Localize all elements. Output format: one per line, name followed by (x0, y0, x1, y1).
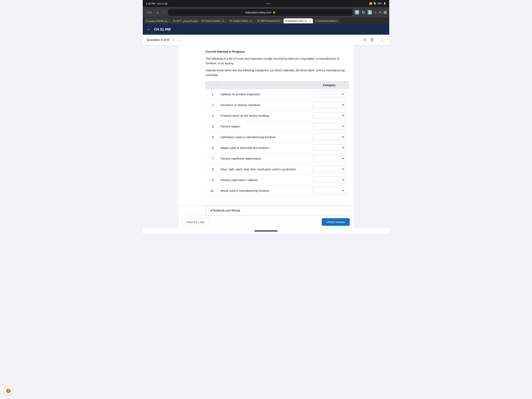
table-row: 2. Insurance on factory machines. (a) Di… (206, 100, 349, 110)
row-number-2: 2. (206, 100, 217, 110)
row-select-cell-6: (a) Direct Materials(b) Direct Labor(c) … (310, 142, 349, 153)
row-text-7: Factory machinery depreciation. (217, 153, 310, 164)
col-item-header (217, 81, 310, 89)
table-row: 5. Upholstery used in manufacturing furn… (206, 132, 349, 142)
row-select-cell-5: (a) Direct Materials(b) Direct Labor(c) … (310, 132, 349, 142)
home-bar-line (254, 231, 278, 232)
tab-label: Course Content – 2... (205, 20, 225, 22)
next-question-btn[interactable]: › (177, 37, 181, 43)
browser-tab-tab7[interactable]: C Condensed balance... (313, 18, 340, 23)
row-number-4: 4. (206, 121, 217, 132)
dot2 (268, 3, 269, 4)
url-text: education.wiley.com (245, 11, 272, 14)
table-row: 3. Property taxes on the factory buildin… (206, 110, 349, 121)
row-number-9: 9. (206, 174, 217, 185)
forward-btn[interactable]: › (162, 9, 166, 15)
battery-level: 38% (377, 2, 382, 5)
row-text-3: Property taxes on the factory building. (217, 110, 310, 121)
bottom-bar: Save for Later Check Answer (178, 216, 354, 228)
col-num-header (206, 81, 217, 89)
category-select-3[interactable]: (a) Direct Materials(b) Direct Labor(c) … (313, 112, 346, 119)
question-paragraph1: The following is a list of costs and exp… (206, 56, 349, 66)
category-select-4[interactable]: (a) Direct Materials(b) Direct Labor(c) … (313, 123, 346, 129)
table-row: 7. Factory machinery depreciation. (a) D… (206, 153, 349, 164)
time: 1:32 PM (146, 2, 155, 5)
col-category-header: Category (310, 81, 349, 89)
tab-favicon: Tb (230, 20, 232, 22)
reload-btn[interactable]: ↻ (362, 10, 365, 15)
download-btn[interactable]: ⬇️ (367, 10, 372, 15)
save-later-btn[interactable]: Save for Later (182, 218, 209, 226)
row-number-1: 1. (206, 89, 217, 100)
row-select-cell-9: (a) Direct Materials(b) Direct Labor(c) … (310, 174, 349, 185)
check-answer-btn[interactable]: Check Answer (322, 218, 350, 226)
browser-tab-tab2[interactable]: 🐦 en T... فيصل الدسيماني (171, 18, 199, 23)
browser-actions: ⬆️ ↻ ⬇️ ↑ + ⊞ (355, 10, 387, 15)
etextbook-title: eTextbook and Media (210, 209, 240, 212)
category-select-6[interactable]: (a) Direct Materials(b) Direct Labor(c) … (313, 144, 346, 151)
dot3 (269, 3, 270, 4)
category-select-5[interactable]: (a) Direct Materials(b) Direct Labor(c) … (313, 134, 346, 140)
category-select-9[interactable]: (a) Direct Materials(b) Direct Labor(c) … (313, 176, 346, 183)
row-number-6: 6. (206, 142, 217, 153)
row-text-8: Glue, nails, paint, and other small part… (217, 164, 310, 174)
tab-label: مسلسل Friends متر... (149, 20, 169, 22)
tab-label: Condensed balance... (318, 20, 338, 22)
back-btn[interactable]: ‹ (155, 9, 160, 15)
table-row: 9. Factory supervisors' salaries. (a) Di… (206, 174, 349, 185)
back-arrow-icon: ← (147, 27, 151, 32)
row-select-cell-4: (a) Direct Materials(b) Direct Labor(c) … (310, 121, 349, 132)
tabs-btn[interactable]: ⊞ (384, 10, 387, 15)
tab-favicon: 🐦 (173, 20, 176, 22)
etextbook-section: eTextbook and Media (206, 206, 349, 216)
row-text-5: Upholstery used in manufacturing furnitu… (217, 132, 310, 142)
question-instruction: Classify these items into the following … (206, 68, 349, 77)
signal-icon: 📡 (373, 2, 376, 5)
category-select-10[interactable]: (a) Direct Materials(b) Direct Labor(c) … (313, 187, 346, 194)
tab-close-icon[interactable]: ✕ (309, 19, 311, 22)
row-select-cell-2: (a) Direct Materials(b) Direct Labor(c) … (310, 100, 349, 110)
browser-tab-tab5[interactable]: W NWP Assessment B... (255, 18, 283, 23)
wifi-icon: 📶 (369, 2, 372, 5)
browser-tab-tab1[interactable]: S مسلسل Friends متر... (144, 18, 171, 23)
table-row: 8. Glue, nails, paint, and other small p… (206, 164, 349, 174)
row-text-10: Wood used in manufacturing furniture. (217, 185, 310, 196)
question-nav-bar: Question 4 of 8 ‹ › - / 5 ☰ ⋮ (143, 35, 389, 45)
row-text-2: Insurance on factory machines. (217, 100, 310, 110)
question-more-btn[interactable]: ⋮ (378, 37, 385, 43)
row-select-cell-1: (a) Direct Materials(b) Direct Labor(c) … (310, 89, 349, 100)
category-select-8[interactable]: (a) Direct Materials(b) Direct Labor(c) … (313, 166, 346, 172)
upload-btn[interactable]: ↑ (375, 10, 377, 15)
browser-tab-tab4[interactable]: Tb Course Content – 2... (228, 18, 255, 23)
row-text-4: Factory repairs. (217, 121, 310, 132)
category-select-1[interactable]: (a) Direct Materials(b) Direct Labor(c) … (313, 91, 346, 97)
row-text-9: Factory supervisors' salaries. (217, 174, 310, 185)
browser-tab-tab6[interactable]: W Question 4 of 8 - C... ✕ (284, 18, 313, 23)
question-list-btn[interactable]: ☰ (369, 37, 376, 43)
row-number-10: 10. (206, 185, 217, 196)
row-select-cell-10: (a) Direct Materials(b) Direct Labor(c) … (310, 185, 349, 196)
app-title: CH 01 HW (154, 27, 171, 32)
row-number-7: 7. (206, 153, 217, 164)
browser-tab-tab3[interactable]: Tb Course Content – 2... (200, 18, 227, 23)
header-back-btn[interactable]: ← (147, 27, 151, 32)
tab-bar: S مسلسل Friends متر... 🐦 en T... فيصل ال… (143, 18, 389, 24)
address-bar[interactable]: education.wiley.com 🔒 (168, 9, 353, 16)
status-left: 1:32 PM Sun 2 Jul (146, 2, 167, 5)
category-table: Category 1. Salaries for product inspect… (206, 81, 349, 196)
category-select-2[interactable]: (a) Direct Materials(b) Direct Labor(c) … (313, 102, 346, 108)
row-text-1: Salaries for product inspectors. (217, 89, 310, 100)
dot1 (266, 3, 267, 4)
main-content: Current Attempt in Progress The followin… (178, 45, 354, 205)
font-size-btn[interactable]: AA (145, 9, 153, 15)
tab-label: NWP Assessment B... (260, 20, 281, 22)
share-btn[interactable]: ⬆️ (355, 10, 360, 15)
tab-label: en T... فيصل الدسيماني (177, 20, 197, 22)
category-select-7[interactable]: (a) Direct Materials(b) Direct Labor(c) … (313, 155, 346, 162)
table-row: 10. Wood used in manufacturing furniture… (206, 185, 349, 196)
new-tab-btn[interactable]: + (379, 10, 381, 15)
row-number-8: 8. (206, 164, 217, 174)
table-row: 6. Wages paid to assembly-line workers. … (206, 142, 349, 153)
table-row: 1. Salaries for product inspectors. (a) … (206, 89, 349, 100)
prev-question-btn[interactable]: ‹ (171, 37, 175, 43)
